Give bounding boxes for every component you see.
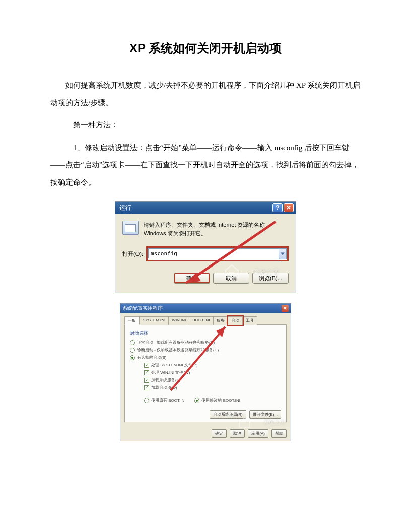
radio-icon [130, 348, 135, 353]
open-combo-highlight [146, 246, 289, 261]
checkbox-icon: ✓ [144, 370, 149, 375]
run-titlebar[interactable]: 运行 ? ✕ [115, 202, 296, 214]
tab-win-ini[interactable]: WIN.INI [168, 316, 189, 325]
run-title-text: 运行 [119, 204, 131, 212]
radio-diagnostic-startup[interactable]: 诊断启动 - 仅加载基本设备驱动程序和服务(D) [130, 347, 281, 353]
tab-general[interactable]: 一般 [124, 316, 140, 325]
startup-selection-group-label: 启动选择 [130, 330, 281, 337]
radio-modified-boot-ini[interactable]: 使用修改的 BOOT.INI [194, 397, 240, 403]
radio-icon [144, 398, 149, 403]
watermark-text: 系统之家 [253, 268, 280, 277]
check-process-win-ini[interactable]: ✓ 处理 WIN.INI 文件(W) [144, 370, 281, 375]
radio-original-boot-ini[interactable]: 使用原有 BOOT.INI [144, 397, 185, 403]
msconfig-cancel-button[interactable]: 取消 [230, 429, 245, 438]
checkbox-icon: ✓ [144, 378, 149, 383]
radio-label: 使用原有 BOOT.INI [151, 397, 185, 403]
open-input[interactable] [148, 248, 279, 258]
close-button[interactable]: ✕ [284, 203, 294, 212]
intro-paragraph: 如何提高系统开机数度，减少/去掉不必要的开机程序，下面介绍几种 XP 系统关闭开… [50, 77, 361, 111]
run-dialog: 运行 ? ✕ 请键入程序、文件夹、文档或 Internet 资源的名称，Wind… [115, 201, 296, 293]
checkbox-icon: ✓ [144, 385, 149, 390]
open-dropdown-button[interactable] [279, 248, 287, 259]
watermark-house-icon [238, 416, 251, 428]
tab-boot-ini[interactable]: BOOT.INI [189, 316, 213, 325]
run-app-icon [122, 221, 139, 235]
radio-label: 有选择的启动(S) [137, 355, 167, 360]
radio-label: 诊断启动 - 仅加载基本设备驱动程序和服务(D) [137, 347, 219, 353]
check-label: 加载启动项(O) [151, 385, 177, 390]
step-1-paragraph: 1、修改启动设置法：点击“开始”菜单——运行命令——输入 msconfig 后按… [50, 139, 361, 191]
check-label: 处理 WIN.INI 文件(W) [151, 370, 190, 375]
tab-services[interactable]: 服务 [213, 316, 228, 325]
watermark-text: 系统之家 [263, 419, 286, 426]
msconfig-title-text: 系统配置实用程序 [122, 305, 163, 312]
svg-rect-0 [230, 273, 234, 278]
check-label: 加载系统服务(L) [151, 377, 180, 383]
msconfig-ok-button[interactable]: 确定 [212, 429, 227, 438]
ok-button[interactable]: 确定 [174, 273, 210, 284]
page-title: XP 系统如何关闭开机启动项 [50, 40, 361, 56]
expand-file-button[interactable]: 展开文件(E)... [249, 410, 281, 419]
radio-icon [130, 340, 135, 345]
msconfig-tabstrip: 一般 SYSTEM.INI WIN.INI BOOT.INI 服务 启动 工具 [124, 316, 287, 325]
msconfig-titlebar[interactable]: 系统配置实用程序 ✕ [120, 304, 291, 313]
radio-label: 使用修改的 BOOT.INI [201, 397, 240, 403]
checkbox-icon: ✓ [144, 363, 149, 368]
tab-system-ini[interactable]: SYSTEM.INI [139, 316, 169, 325]
radio-selective-startup[interactable]: 有选择的启动(S) [130, 355, 281, 360]
check-process-system-ini[interactable]: ✓ 处理 SYSTEM.INI 文件(P) [144, 362, 281, 368]
check-load-startup-items[interactable]: ✓ 加载启动项(O) [144, 385, 281, 390]
msconfig-apply-button[interactable]: 应用(A) [248, 429, 268, 438]
check-load-services[interactable]: ✓ 加载系统服务(L) [144, 377, 281, 383]
run-description: 请键入程序、文件夹、文档或 Internet 资源的名称，Windows 将为您… [144, 221, 289, 237]
msconfig-help-button[interactable]: 帮助 [271, 429, 287, 438]
radio-label: 正常启动 - 加载所有设备驱动程序和服务(N) [137, 340, 215, 345]
watermark-house-icon [223, 263, 240, 279]
check-label: 处理 SYSTEM.INI 文件(P) [151, 362, 197, 368]
msconfig-close-button[interactable]: ✕ [282, 305, 289, 312]
method-1-label: 第一种方法： [50, 116, 361, 134]
help-button[interactable]: ? [272, 203, 283, 212]
chevron-down-icon [281, 252, 285, 255]
msconfig-dialog: 系统配置实用程序 ✕ 一般 SYSTEM.INI WIN.INI BOOT.IN… [120, 303, 291, 441]
radio-icon [130, 355, 135, 360]
tab-tools[interactable]: 工具 [242, 316, 257, 325]
radio-normal-startup[interactable]: 正常启动 - 加载所有设备驱动程序和服务(N) [130, 340, 281, 345]
tab-startup[interactable]: 启动 [228, 316, 243, 325]
radio-icon [194, 398, 199, 403]
open-label: 打开(O): [122, 250, 143, 258]
